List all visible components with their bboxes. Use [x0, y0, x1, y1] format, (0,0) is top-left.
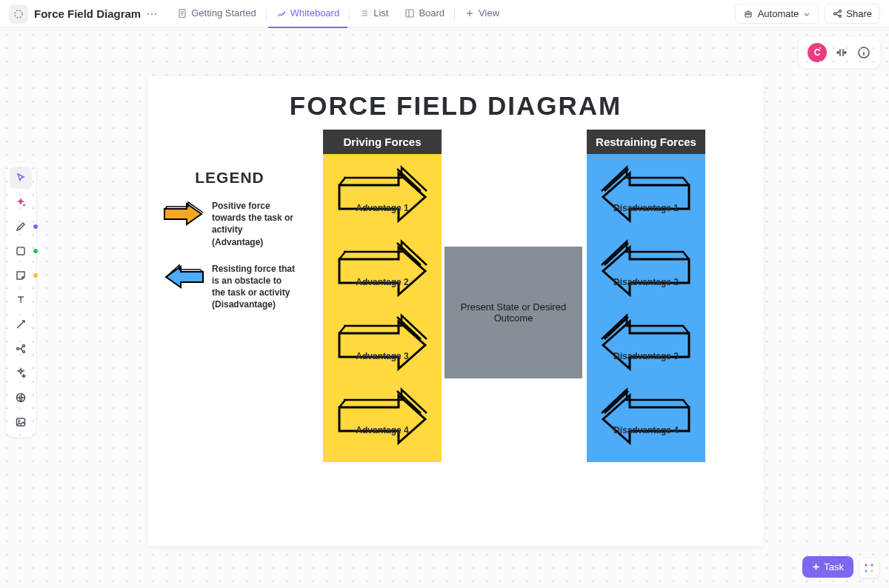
tab-board[interactable]: Board [396, 0, 453, 28]
driving-item[interactable]: Advantage 3 [323, 308, 442, 382]
canvas[interactable]: FORCE FIELD DIAGRAM LEGEND Positive forc… [0, 28, 889, 588]
apps-button[interactable] [859, 558, 879, 578]
arrow-label: Disadvantage 1 [613, 203, 679, 213]
legend-positive-text: Positive force towards the task or activ… [212, 200, 296, 248]
tab-add-view[interactable]: View [456, 0, 507, 28]
svg-point-6 [834, 13, 836, 15]
app-header: Force Field Diagram ⋯ Getting Started Wh… [0, 0, 889, 28]
restraining-item[interactable]: Disadvantage 1 [587, 160, 705, 234]
page-title[interactable]: Force Field Diagram [34, 7, 141, 20]
arrow-label: Advantage 3 [356, 351, 408, 361]
legend-resisting-text: Resisting force that is an obstacle to t… [212, 263, 296, 311]
legend-resisting: Resisting force that is an obstacle to t… [163, 263, 296, 311]
more-icon[interactable]: ⋯ [147, 8, 157, 20]
tab-label: Board [419, 7, 444, 19]
share-icon [833, 9, 842, 19]
arrow-label: Disadvantage 2 [613, 277, 679, 287]
driving-item[interactable]: Advantage 4 [323, 382, 442, 456]
driving-body: Advantage 1 Advantage 2 Advantage 3 Adva… [323, 154, 442, 462]
svg-point-18 [865, 564, 868, 567]
plus-icon [465, 8, 475, 19]
svg-rect-2 [406, 10, 413, 17]
task-label: Task [824, 561, 844, 572]
restraining-column: Restraining Forces Disadvantage 1 Disadv… [587, 130, 705, 462]
plus-icon [812, 563, 820, 571]
task-button[interactable]: Task [802, 556, 853, 578]
whiteboard-frame[interactable]: FORCE FIELD DIAGRAM LEGEND Positive forc… [148, 76, 763, 546]
tab-label: List [373, 7, 388, 19]
tab-label: Getting Started [191, 7, 256, 19]
arrow-left-icon [163, 263, 204, 291]
restraining-item[interactable]: Disadvantage 3 [587, 308, 705, 382]
driving-item[interactable]: Advantage 2 [323, 234, 442, 308]
arrow-right-icon [163, 200, 204, 228]
legend-title: LEGEND [163, 169, 296, 187]
tab-label: Whiteboard [290, 7, 339, 19]
driving-header: Driving Forces [323, 130, 442, 154]
tab-list[interactable]: List [351, 0, 396, 28]
diagram-title: FORCE FIELD DIAGRAM [148, 76, 763, 121]
view-tabs: Getting Started Whiteboard List Board Vi… [169, 0, 507, 28]
share-button[interactable]: Share [825, 4, 880, 24]
arrow-label: Disadvantage 4 [613, 425, 679, 435]
automate-label: Automate [758, 8, 799, 19]
arrow-label: Advantage 2 [356, 277, 408, 287]
svg-point-4 [746, 13, 748, 15]
driving-item[interactable]: Advantage 1 [323, 160, 442, 234]
legend: LEGEND Positive force towards the task o… [163, 169, 296, 326]
robot-icon [743, 9, 753, 19]
center-box[interactable]: Present State or Desired Outcome [444, 247, 582, 378]
svg-point-5 [748, 13, 750, 15]
board-icon [404, 8, 415, 19]
legend-positive: Positive force towards the task or activ… [163, 200, 296, 248]
whiteboard-icon [276, 8, 287, 19]
restraining-item[interactable]: Disadvantage 2 [587, 234, 705, 308]
arrow-label: Advantage 4 [356, 425, 408, 435]
share-label: Share [846, 8, 872, 19]
tab-label: View [479, 7, 499, 19]
svg-point-0 [15, 10, 22, 18]
svg-point-20 [865, 570, 868, 572]
doc-icon [177, 8, 187, 19]
center-text: Present State or Desired Outcome [452, 301, 575, 324]
arrow-label: Disadvantage 3 [613, 351, 679, 361]
restraining-header: Restraining Forces [587, 130, 705, 154]
driving-column: Driving Forces Advantage 1 Advantage 2 A… [323, 130, 442, 462]
svg-point-21 [871, 570, 873, 572]
list-icon [359, 8, 370, 19]
automate-button[interactable]: Automate [735, 4, 819, 24]
restraining-item[interactable]: Disadvantage 4 [587, 382, 705, 456]
doc-icon [9, 4, 28, 24]
chevron-down-icon [803, 10, 810, 18]
svg-point-19 [871, 564, 873, 567]
restraining-body: Disadvantage 1 Disadvantage 2 Disadvanta… [587, 154, 705, 462]
tab-getting-started[interactable]: Getting Started [169, 0, 264, 28]
arrow-label: Advantage 1 [356, 203, 408, 213]
tab-whiteboard[interactable]: Whiteboard [268, 0, 347, 28]
